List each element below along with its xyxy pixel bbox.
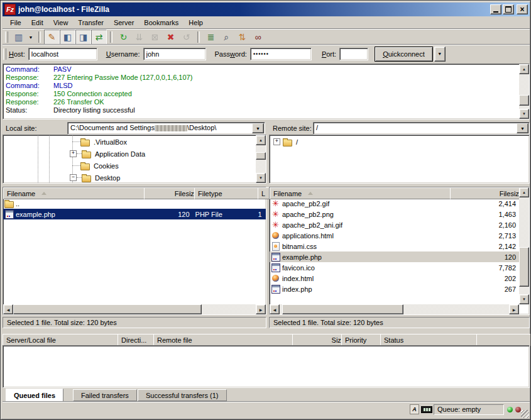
quickconnect-button[interactable]: Quickconnect — [375, 47, 433, 62]
menu-transfer[interactable]: Transfer — [73, 18, 109, 28]
file-row-example-php[interactable]: example.php 120 — [270, 251, 519, 262]
site-manager-icon[interactable]: ▥ — [11, 30, 26, 45]
speedlimits-icon — [421, 406, 432, 413]
chevron-down-icon[interactable]: ▼ — [517, 123, 528, 133]
remote-file-list: Filename Filesize apache_pb2.gif 2,414 a… — [269, 187, 530, 315]
queue-column-size[interactable]: Size — [292, 334, 349, 346]
folder-icon — [82, 152, 91, 158]
quickconnect-grip — [3, 48, 6, 60]
tree-item-virtualbox[interactable]: .VirtualBox — [70, 136, 129, 148]
remote-vertical-scrollbar[interactable]: ▲ ▼ — [519, 187, 529, 304]
menu-file[interactable]: File — [5, 18, 26, 28]
password-input[interactable] — [250, 48, 312, 60]
disconnect-icon[interactable]: ✖ — [163, 30, 178, 45]
scroll-up-icon[interactable]: ▲ — [519, 187, 529, 197]
menu-bookmarks[interactable]: Bookmarks — [139, 18, 183, 28]
tree-item-application-data[interactable]: Application Data — [70, 148, 147, 160]
tree-item-cookies[interactable]: Cookies — [70, 160, 121, 172]
resize-grip[interactable] — [521, 410, 529, 418]
host-input[interactable] — [28, 48, 97, 60]
quickconnect-bar: Host: Username: Password: Port: Quickcon… — [3, 45, 530, 62]
local-site-combo[interactable]: C:\Documents and Settings\Desktop\ ▼ — [67, 122, 265, 135]
quickconnect-dropdown-button[interactable]: ▼ — [434, 47, 446, 62]
window-title: john@localhost - FileZilla — [18, 5, 488, 14]
file-row[interactable]: apache_pb2.gif 2,414 — [270, 198, 519, 209]
file-row-parent-dir[interactable]: .. — [3, 198, 266, 209]
folder-icon — [80, 163, 90, 170]
port-input[interactable] — [339, 48, 368, 60]
menu-bar: File Edit View Transfer Server Bookmarks… — [3, 17, 530, 28]
tree-item-root[interactable]: / — [273, 136, 300, 148]
scroll-down-icon[interactable]: ▼ — [519, 109, 529, 119]
root-label: / — [294, 138, 300, 146]
file-row-example-php[interactable]: example.php 120 PHP File 1 — [3, 209, 266, 219]
find-files-icon[interactable]: ∞ — [250, 30, 266, 45]
menu-help[interactable]: Help — [183, 18, 208, 28]
remote-vscrollbar-thumb[interactable] — [519, 247, 529, 287]
scroll-right-icon[interactable]: ▶ — [509, 304, 519, 314]
local-tree-scrollbar-thumb[interactable] — [256, 152, 266, 160]
process-queue-icon: ⇊ — [131, 30, 147, 45]
local-tree-scrollbar[interactable]: ▲ ▼ — [256, 135, 266, 183]
remote-hscrollbar-thumb[interactable] — [282, 304, 403, 314]
expander-icon[interactable] — [70, 174, 77, 181]
tab-successful-transfers[interactable]: Successful transfers (1) — [138, 389, 227, 401]
tab-queued-files[interactable]: Queued files — [6, 389, 63, 402]
file-row[interactable]: applications.html 2,713 — [270, 230, 519, 241]
menu-view[interactable]: View — [48, 18, 74, 28]
site-manager-dropdown-icon[interactable]: ▼ — [26, 30, 35, 44]
queue-column-remote-file[interactable]: Remote file — [153, 334, 300, 346]
queue-list-area — [3, 345, 530, 388]
log-line: Response:227 Entering Passive Mode (127,… — [6, 74, 192, 82]
file-row[interactable]: favicon.ico 7,782 — [270, 262, 519, 273]
file-row[interactable]: index.php 267 — [270, 284, 519, 294]
password-label: Password: — [215, 50, 247, 58]
file-row[interactable]: apache_pb2.png 1,463 — [270, 209, 519, 219]
file-row[interactable]: apache_pb2_ani.gif 2,160 — [270, 219, 519, 230]
toolbar-separator — [38, 31, 41, 43]
log-scrollbar-thumb[interactable] — [519, 95, 529, 106]
tab-failed-transfers[interactable]: Failed transfers — [73, 389, 137, 401]
scroll-left-icon[interactable]: ◀ — [3, 304, 13, 314]
local-hscrollbar-thumb[interactable] — [13, 304, 202, 314]
remote-horizontal-scrollbar[interactable]: ◀ ▶ — [270, 304, 519, 314]
chevron-down-icon[interactable]: ▼ — [252, 123, 264, 133]
toggle-local-tree-icon[interactable]: ◧ — [60, 30, 75, 45]
tree-item-desktop[interactable]: Desktop — [70, 172, 122, 184]
scroll-up-icon[interactable]: ▲ — [519, 64, 529, 74]
local-horizontal-scrollbar[interactable]: ◀ ▶ — [3, 304, 266, 314]
folder-icon — [283, 140, 292, 146]
toggle-message-log-icon[interactable]: ✎ — [44, 30, 60, 45]
username-input[interactable] — [143, 48, 206, 60]
minimize-icon — [493, 11, 498, 13]
log-scrollbar[interactable]: ▲ ▼ — [519, 64, 529, 119]
maximize-button[interactable] — [503, 4, 514, 14]
remote-site-combo[interactable]: / ▼ — [313, 122, 530, 135]
expander-icon[interactable] — [273, 138, 280, 145]
sync-browsing-icon[interactable]: ⇅ — [234, 30, 250, 45]
expander-icon[interactable] — [70, 150, 77, 157]
minimize-button[interactable] — [490, 4, 501, 14]
file-row[interactable]: index.html 202 — [270, 273, 519, 284]
scroll-right-icon[interactable]: ▶ — [256, 304, 266, 314]
toggle-remote-tree-icon[interactable]: ◨ — [75, 30, 91, 45]
refresh-icon[interactable]: ↻ — [116, 30, 131, 45]
menu-edit[interactable]: Edit — [26, 18, 48, 28]
remote-site-label: Remote site: — [273, 122, 312, 135]
scroll-left-icon[interactable]: ◀ — [270, 304, 280, 314]
scroll-down-icon[interactable]: ▼ — [256, 173, 266, 183]
toggle-transfer-queue-icon[interactable]: ⇄ — [91, 30, 107, 45]
queue-column-status[interactable]: Status — [380, 334, 484, 346]
scroll-down-icon[interactable]: ▼ — [519, 294, 529, 304]
remote-site-path: / — [314, 123, 516, 134]
menu-server[interactable]: Server — [109, 18, 139, 28]
local-selection-status: Selected 1 file. Total size: 120 bytes — [3, 317, 266, 328]
close-button[interactable]: × — [517, 4, 528, 14]
file-row[interactable]: bitnami.css 2,142 — [270, 241, 519, 251]
title-bar[interactable]: Fz john@localhost - FileZilla × — [3, 3, 530, 16]
queue-column-server-local-file[interactable]: Server/Local file — [3, 334, 125, 346]
scroll-up-icon[interactable]: ▲ — [256, 135, 266, 145]
filter-icon[interactable]: ≣ — [203, 30, 219, 45]
directory-comparison-icon[interactable]: ⌕ — [219, 30, 234, 45]
remote-selection-status: Selected 1 file. Total size: 120 bytes — [269, 317, 530, 328]
